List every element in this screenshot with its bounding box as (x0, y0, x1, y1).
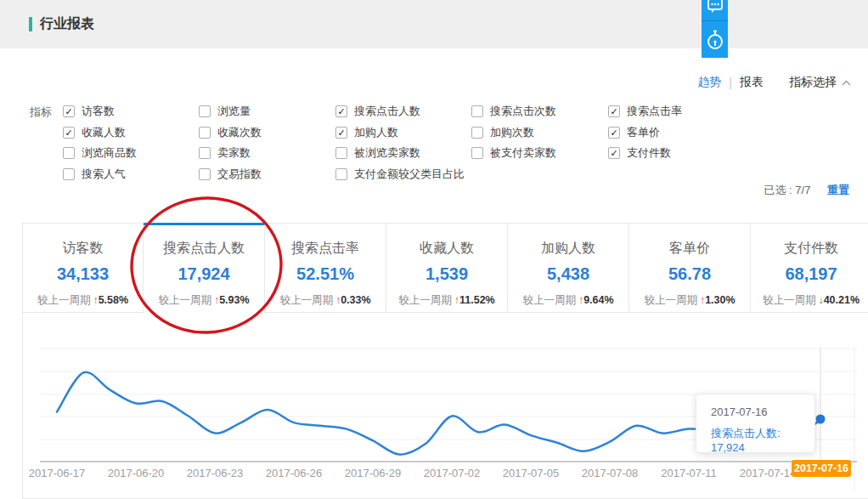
chevron-up-icon (842, 80, 851, 86)
metric-checkbox-item[interactable]: 搜索人气 (63, 164, 199, 185)
metric-checkbox-item[interactable]: 交易指数 (199, 164, 335, 185)
checkbox-unchecked-icon[interactable] (471, 147, 483, 159)
toolbar-divider: | (729, 76, 732, 89)
reset-button[interactable]: 重置 (827, 184, 849, 196)
checkbox-checked-icon[interactable]: ✓ (608, 127, 620, 139)
x-axis-label: 2017-07-08 (582, 467, 639, 479)
metric-checkbox-item[interactable]: ✓搜索点击人数 (335, 101, 471, 122)
checkbox-unchecked-icon[interactable] (63, 147, 75, 159)
tab-compare: 较上一周期↑1.30% (629, 293, 750, 308)
view-toolbar: 趋势 | 报表 指标选择 (697, 75, 851, 90)
checkbox-checked-icon[interactable]: ✓ (63, 127, 75, 139)
checkbox-unchecked-icon[interactable] (335, 168, 347, 180)
feedback-chat-button[interactable] (702, 0, 728, 20)
change-percent: 1.30% (705, 294, 735, 306)
stopwatch-icon (705, 29, 725, 51)
compare-label: 较上一周期 (398, 294, 452, 306)
checkbox-label: 卖家数 (217, 145, 251, 161)
x-axis-label: 2017-06-29 (345, 467, 402, 479)
checkbox-unchecked-icon[interactable] (471, 127, 483, 139)
checkbox-checked-icon[interactable]: ✓ (335, 127, 347, 139)
checkbox-checked-icon[interactable]: ✓ (335, 105, 347, 117)
checkbox-label: 浏览商品数 (82, 145, 137, 161)
metric-select-label: 指标选择 (789, 75, 837, 90)
metric-checkbox-item[interactable]: 加购次数 (471, 122, 608, 144)
checkbox-label: 交易指数 (217, 167, 262, 182)
checkbox-label: 收藏次数 (217, 125, 262, 140)
tab-paid-items[interactable]: 支付件数 68,197 较上一周期↓40.21% (751, 223, 868, 313)
checkbox-label: 支付件数 (627, 145, 671, 161)
chat-icon (707, 0, 724, 18)
x-axis-label: 2017-06-23 (187, 467, 244, 479)
checkbox-unchecked-icon[interactable] (63, 168, 75, 180)
compare-label: 较上一周期 (763, 294, 816, 306)
metric-checkbox-item[interactable]: 收藏次数 (199, 122, 335, 144)
change-percent: 5.93% (219, 294, 249, 306)
metric-checkbox-item[interactable]: 浏览量 (199, 101, 335, 122)
title-accent-bar (29, 17, 32, 31)
tab-cart-users[interactable]: 加购人数 5,438 较上一周期↑9.64% (508, 223, 629, 313)
metric-checkbox-item[interactable]: ✓收藏人数 (63, 122, 199, 144)
metric-checkbox-item[interactable]: ✓访客数 (63, 101, 199, 122)
checkbox-unchecked-icon[interactable] (471, 105, 483, 117)
checkbox-label: 客单价 (627, 125, 660, 140)
metric-checkbox-item[interactable]: ✓搜索点击率 (608, 101, 837, 122)
change-percent: 5.58% (99, 294, 128, 306)
x-axis-label: 2017-06-26 (266, 467, 323, 479)
metric-select-toggle[interactable]: 指标选择 (789, 75, 851, 90)
checkbox-label: 搜索人气 (82, 167, 126, 182)
tab-favorite-users[interactable]: 收藏人数 1,539 较上一周期↑11.52% (386, 223, 508, 313)
compare-label: 较上一周期 (644, 294, 697, 306)
x-axis-label: 2017-06-20 (108, 467, 165, 479)
change-percent: 40.21% (824, 294, 860, 306)
change-percent: 9.64% (583, 294, 613, 306)
checkbox-unchecked-icon[interactable] (335, 147, 347, 159)
tooltip-date: 2017-07-16 (711, 405, 814, 418)
tab-value: 56.78 (629, 264, 750, 284)
metric-columns: ✓访客数✓收藏人数浏览商品数搜索人气浏览量收藏次数卖家数交易指数✓搜索点击人数✓… (63, 101, 837, 184)
x-axis-label: 2017-07-05 (503, 467, 560, 479)
selection-summary-row: 已选 : 7/7 重置 (764, 183, 849, 198)
selected-date-badge: 2017-07-16 (792, 460, 851, 477)
metric-column: 搜索点击次数加购次数被支付卖家数 (471, 101, 608, 184)
tab-search-click-rate[interactable]: 搜索点击率 52.51% 较上一周期↑0.33% (265, 223, 386, 313)
metric-checkbox-item[interactable]: 被浏览卖家数 (335, 143, 471, 164)
metric-checkbox-item[interactable]: 被支付卖家数 (471, 143, 608, 164)
history-timer-button[interactable] (702, 20, 728, 58)
trend-view-link[interactable]: 趋势 (697, 75, 721, 90)
selected-count: 已选 : 7/7 (764, 184, 810, 196)
floating-button-stack (702, 0, 728, 58)
checkbox-unchecked-icon[interactable] (199, 105, 211, 117)
checkbox-checked-icon[interactable]: ✓ (63, 105, 75, 117)
checkbox-unchecked-icon[interactable] (199, 168, 211, 180)
checkbox-label: 搜索点击人数 (354, 104, 420, 119)
metric-checkbox-item[interactable]: 浏览商品数 (63, 143, 199, 164)
tab-value: 68,197 (751, 264, 868, 284)
metric-checkbox-item[interactable]: 搜索点击次数 (471, 101, 608, 122)
tab-visitors[interactable]: 访客数 34,133 较上一周期↑5.58% (22, 223, 144, 313)
trend-chart[interactable]: 2017-06-172017-06-202017-06-232017-06-26… (22, 313, 868, 499)
metric-checkbox-item[interactable]: ✓支付件数 (608, 143, 837, 164)
tab-search-click-users[interactable]: 搜索点击人数 17,924 较上一周期↑5.93% (144, 223, 265, 313)
checkbox-unchecked-icon[interactable] (199, 147, 211, 159)
change-percent: 0.33% (341, 294, 370, 306)
metric-checkbox-item[interactable]: 支付金额较父类目占比 (335, 164, 471, 185)
tab-price-per-customer[interactable]: 客单价 56.78 较上一周期↑1.30% (629, 223, 751, 313)
page-title: 行业报表 (40, 15, 94, 33)
checkbox-label: 搜索点击率 (627, 104, 682, 119)
tab-compare: 较上一周期↑5.93% (144, 293, 264, 308)
report-view-link[interactable]: 报表 (740, 75, 764, 90)
tab-compare: 较上一周期↑5.58% (23, 293, 143, 308)
metric-checkbox-item[interactable]: ✓加购人数 (335, 122, 471, 144)
checkbox-label: 加购人数 (354, 125, 398, 140)
checkbox-unchecked-icon[interactable] (199, 127, 211, 139)
metric-checkbox-item[interactable]: ✓客单价 (608, 122, 837, 144)
checkbox-label: 被浏览卖家数 (354, 145, 420, 161)
metric-column: ✓搜索点击人数✓加购人数被浏览卖家数支付金额较父类目占比 (335, 101, 471, 184)
compare-label: 较上一周期 (37, 294, 91, 306)
tab-title: 加购人数 (508, 240, 628, 258)
metric-checkbox-item[interactable]: 卖家数 (199, 143, 335, 164)
checkbox-checked-icon[interactable]: ✓ (608, 147, 620, 159)
checkbox-checked-icon[interactable]: ✓ (608, 105, 620, 117)
highlight-point[interactable] (816, 415, 826, 424)
